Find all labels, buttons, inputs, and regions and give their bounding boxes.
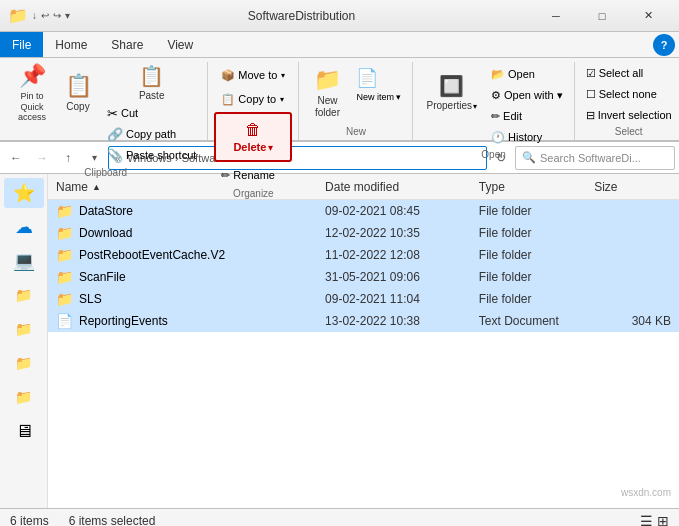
file-type-cell: File folder	[479, 204, 594, 218]
tab-file[interactable]: File	[0, 32, 43, 57]
copy-to-button[interactable]: 📋 Copy to ▾	[214, 88, 292, 110]
sidebar-item-folder1[interactable]: 📁	[4, 280, 44, 310]
ribbon-group-new: 📁 Newfolder 📄 New item ▾ New	[299, 62, 413, 140]
sidebar-item-this-pc[interactable]: 💻	[4, 246, 44, 276]
tab-share[interactable]: Share	[99, 32, 155, 57]
sidebar-item-network[interactable]: 🖥	[4, 416, 44, 446]
copy-to-icon: 📋	[221, 93, 235, 106]
delete-label-row: Delete ▾	[233, 141, 273, 153]
paste-shortcut-button[interactable]: 📎 Paste shortcut	[102, 145, 201, 165]
properties-label-row: Properties ▾	[426, 100, 477, 112]
file-date-cell: 13-02-2022 10:38	[325, 314, 479, 328]
cut-label: Cut	[121, 107, 138, 119]
clipboard-small-buttons: ✂ Cut 🔗 Copy path 📎 Paste shortcut	[102, 103, 201, 165]
file-date-cell: 12-02-2022 10:35	[325, 226, 479, 240]
list-view-button[interactable]: ☰	[640, 513, 653, 527]
maximize-button[interactable]: □	[579, 0, 625, 32]
ribbon-tabs: File Home Share View ?	[0, 32, 679, 58]
tab-home[interactable]: Home	[43, 32, 99, 57]
new-label: New	[305, 124, 406, 140]
sidebar-item-folder4[interactable]: 📁	[4, 382, 44, 412]
title-redo-icon: ↪	[53, 10, 61, 21]
close-button[interactable]: ✕	[625, 0, 671, 32]
sidebar-item-folder3[interactable]: 📁	[4, 348, 44, 378]
new-item-icon: 📄	[356, 67, 378, 89]
select-none-button[interactable]: ☐ Select none	[581, 85, 662, 103]
file-name-cell: 📁 SLS	[56, 291, 325, 307]
folder-icon: 📁	[56, 203, 73, 219]
title-undo-icon: ↩	[41, 10, 49, 21]
col-header-type[interactable]: Type	[479, 180, 594, 194]
selected-count: 6 items selected	[69, 514, 156, 527]
open-button[interactable]: 📂 Open	[486, 64, 568, 84]
copy-button[interactable]: 📋 Copy	[56, 64, 100, 122]
sidebar-item-quick-access[interactable]: ⭐	[4, 178, 44, 208]
file-name-cell: 📄 ReportingEvents	[56, 313, 325, 329]
paste-button[interactable]: 📋 Paste	[102, 64, 201, 102]
file-date-cell: 09-02-2021 08:45	[325, 204, 479, 218]
col-header-date[interactable]: Date modified	[325, 180, 479, 194]
minimize-button[interactable]: ─	[533, 0, 579, 32]
rename-icon: ✏	[221, 169, 230, 182]
organize-stacked: 📦 Move to ▾ 📋 Copy to ▾ 🗑 Delete	[214, 64, 292, 186]
edit-label: Edit	[503, 110, 522, 122]
rename-button[interactable]: ✏ Rename	[214, 164, 292, 186]
pin-to-quick-access-button[interactable]: 📌 Pin to Quickaccess	[10, 64, 54, 122]
view-buttons: ☰ ⊞	[640, 513, 669, 527]
new-item-label: New item ▾	[356, 92, 401, 102]
new-folder-icon: 📁	[314, 67, 341, 93]
select-all-button[interactable]: ☑ Select all	[581, 64, 649, 82]
col-name-label: Name	[56, 180, 88, 194]
table-row[interactable]: 📁 ScanFile 31-05-2021 09:06 File folder	[48, 266, 679, 288]
sidebar: ⭐ ☁ 💻 📁 📁 📁 📁 🖥	[0, 174, 48, 508]
tab-view[interactable]: View	[155, 32, 205, 57]
open-label: Open	[508, 68, 535, 80]
folder-icon: 📁	[56, 225, 73, 241]
properties-arrow: ▾	[473, 102, 477, 111]
properties-button[interactable]: 🔲 Properties ▾	[419, 64, 484, 122]
table-row[interactable]: 📁 Download 12-02-2022 10:35 File folder	[48, 222, 679, 244]
history-icon: 🕐	[491, 131, 505, 144]
edit-button[interactable]: ✏ Edit	[486, 106, 568, 126]
file-name-text: ReportingEvents	[79, 314, 168, 328]
copy-path-icon: 🔗	[107, 127, 123, 142]
status-bar: 6 items 6 items selected ☰ ⊞	[0, 508, 679, 526]
new-item-button[interactable]: 📄 New item ▾	[351, 64, 406, 105]
cut-button[interactable]: ✂ Cut	[102, 103, 201, 123]
invert-label: Invert selection	[598, 109, 672, 121]
file-name-text: ScanFile	[79, 270, 126, 284]
copy-label: Copy	[66, 101, 89, 113]
help-button[interactable]: ?	[653, 34, 675, 56]
organize-label: Organize	[214, 186, 292, 202]
file-list: Name ▲ Date modified Type Size 📁 DataSto…	[48, 174, 679, 508]
table-row[interactable]: 📁 PostRebootEventCache.V2 11-02-2022 12:…	[48, 244, 679, 266]
delete-label: Delete	[233, 141, 266, 153]
pin-label: Pin to Quickaccess	[17, 91, 47, 123]
table-row[interactable]: 📁 DataStore 09-02-2021 08:45 File folder	[48, 200, 679, 222]
invert-selection-button[interactable]: ⊟ Invert selection	[581, 106, 677, 124]
sidebar-item-onedrive[interactable]: ☁	[4, 212, 44, 242]
new-folder-button[interactable]: 📁 Newfolder	[305, 64, 349, 122]
move-to-button[interactable]: 📦 Move to ▾	[214, 64, 292, 86]
new-folder-label: Newfolder	[315, 95, 340, 119]
paste-label: Paste	[139, 90, 165, 102]
select-all-icon: ☑	[586, 67, 596, 80]
select-items: ☑ Select all ☐ Select none ⊟ Invert sele…	[581, 62, 677, 124]
ribbon-group-organize: 📦 Move to ▾ 📋 Copy to ▾ 🗑 Delete	[208, 62, 299, 140]
col-header-size[interactable]: Size	[594, 180, 671, 194]
title-bar: 📁 ↓ ↩ ↪ ▾ SoftwareDistribution ─ □ ✕	[0, 0, 679, 32]
table-row[interactable]: 📁 SLS 09-02-2021 11:04 File folder	[48, 288, 679, 310]
file-name-text: PostRebootEventCache.V2	[79, 248, 225, 262]
delete-button[interactable]: 🗑 Delete ▾	[214, 112, 292, 162]
folder-icon: 📁	[56, 291, 73, 307]
sidebar-item-folder2[interactable]: 📁	[4, 314, 44, 344]
open-with-button[interactable]: ⚙ Open with ▾	[486, 85, 568, 105]
open-buttons: 📂 Open ⚙ Open with ▾ ✏ Edit 🕐 History	[486, 64, 568, 147]
history-button[interactable]: 🕐 History	[486, 127, 568, 147]
folder-icon: 📁	[56, 269, 73, 285]
grid-view-button[interactable]: ⊞	[657, 513, 669, 527]
open-items: 🔲 Properties ▾ 📂 Open ⚙ Open with ▾	[419, 62, 567, 147]
file-name-text: Download	[79, 226, 132, 240]
table-row[interactable]: 📄 ReportingEvents 13-02-2022 10:38 Text …	[48, 310, 679, 332]
copy-path-button[interactable]: 🔗 Copy path	[102, 124, 201, 144]
